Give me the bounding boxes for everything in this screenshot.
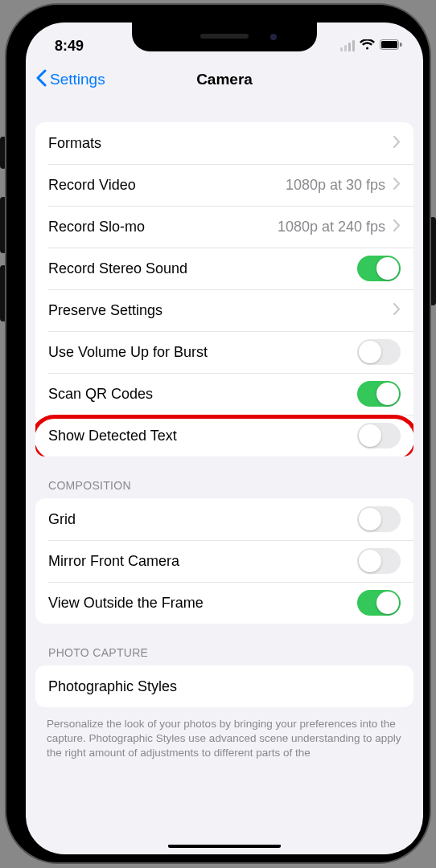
chevron-right-icon [393,135,401,152]
back-label: Settings [50,71,105,88]
home-indicator[interactable] [168,844,281,848]
row-label: Grid [48,511,357,528]
toggle-show-detected-text[interactable] [357,423,401,448]
toggle-view-outside-frame[interactable] [357,590,401,616]
row-label: Scan QR Codes [48,386,357,403]
row-detail: 1080p at 240 fps [278,219,385,235]
row-label: Photographic Styles [48,678,401,695]
row-preserve-settings[interactable]: Preserve Settings [35,289,413,331]
settings-group-photo-capture: Photographic Styles [35,665,413,707]
row-label: Preserve Settings [48,302,393,319]
toggle-scan-qr[interactable] [357,381,401,407]
group-footer-photo-capture: Personalize the look of your photos by b… [26,712,423,761]
chevron-right-icon [393,302,401,319]
group-header-composition: COMPOSITION [26,479,423,498]
notch [132,23,317,51]
row-label: Use Volume Up for Burst [48,344,357,361]
row-mirror-front: Mirror Front Camera [35,540,413,582]
toggle-volume-burst[interactable] [357,339,401,365]
svg-rect-1 [381,41,397,48]
cellular-signal-icon [340,40,355,51]
toggle-mirror-front[interactable] [357,548,401,574]
volume-down-button [0,265,6,321]
screen: 8:49 Settings Camera [26,23,423,854]
row-scan-qr: Scan QR Codes [35,373,413,415]
toggle-stereo-sound[interactable] [357,256,401,281]
row-detail: 1080p at 30 fps [286,177,385,194]
row-label: Record Stereo Sound [48,260,357,277]
row-show-detected-text: Show Detected Text [35,415,413,457]
mute-switch [0,137,6,169]
row-stereo-sound: Record Stereo Sound [35,248,413,289]
phone-frame: 8:49 Settings Camera [6,5,430,862]
battery-icon [380,38,402,55]
row-record-video[interactable]: Record Video 1080p at 30 fps [35,164,413,206]
power-button [430,217,436,305]
volume-up-button [0,197,6,253]
row-label: Record Slo-mo [48,219,278,235]
group-header-photo-capture: PHOTO CAPTURE [26,646,423,665]
row-label: Formats [48,135,393,152]
row-label: View Outside the Frame [48,595,357,612]
wifi-icon [360,38,375,55]
row-photographic-styles[interactable]: Photographic Styles [35,665,413,707]
content: Formats Record Video 1080p at 30 fps Rec… [26,98,423,761]
chevron-left-icon [35,69,47,91]
row-view-outside-frame: View Outside the Frame [35,582,413,624]
chevron-right-icon [393,219,401,235]
row-grid: Grid [35,498,413,540]
row-volume-burst: Use Volume Up for Burst [35,331,413,373]
row-label: Show Detected Text [48,428,357,444]
status-time: 8:49 [55,38,84,55]
chevron-right-icon [393,177,401,194]
row-record-slomo[interactable]: Record Slo-mo 1080p at 240 fps [35,206,413,248]
toggle-grid[interactable] [357,506,401,532]
row-label: Mirror Front Camera [48,553,357,570]
settings-group-1: Formats Record Video 1080p at 30 fps Rec… [35,122,413,457]
navigation-bar: Settings Camera [26,61,423,98]
row-formats[interactable]: Formats [35,122,413,164]
settings-group-composition: Grid Mirror Front Camera View Outside th… [35,498,413,624]
svg-rect-2 [400,43,402,47]
back-button[interactable]: Settings [35,69,105,91]
row-label: Record Video [48,177,286,194]
page-title: Camera [196,71,253,88]
